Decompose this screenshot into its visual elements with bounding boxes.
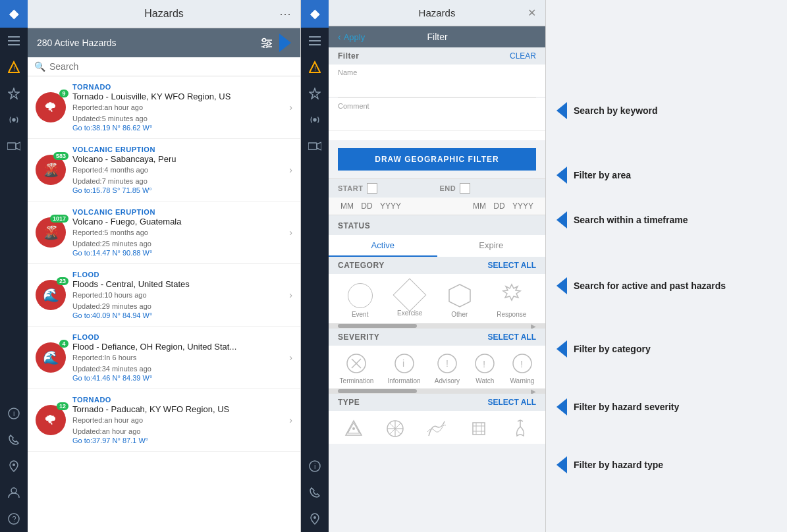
right-section: ◆ ! i Hazards ✕ <box>301 0 787 532</box>
broadcast-icon[interactable] <box>0 108 28 132</box>
right-alert-icon[interactable]: ! <box>301 55 329 79</box>
panel-menu-icon[interactable]: ⋯ <box>273 7 291 21</box>
close-panel-icon[interactable]: ✕ <box>518 7 536 19</box>
filter-comment-input[interactable] <box>338 111 536 126</box>
filter-back-button[interactable]: ‹ Apply <box>338 32 365 42</box>
severity-information[interactable]: i Information <box>388 352 421 385</box>
category-response[interactable]: Response <box>497 283 526 318</box>
category-select-all[interactable]: SELECT ALL <box>487 261 536 270</box>
list-item[interactable]: 🌋 1017 VOLCANIC ERUPTION Volcano - Fuego… <box>28 201 300 264</box>
svg-rect-7 <box>7 143 16 149</box>
star-icon[interactable] <box>0 82 28 105</box>
annotation-category: Filter by category <box>556 340 776 358</box>
help-icon[interactable]: ? <box>0 507 28 531</box>
filter-section-header: Filter CLEAR <box>329 47 545 65</box>
list-item[interactable]: 🌪 12 TORNADO Tornado - Paducah, KY WFO R… <box>28 389 300 452</box>
alert-icon[interactable]: ! <box>0 55 28 79</box>
category-event[interactable]: Event <box>348 283 373 318</box>
svg-marker-34 <box>503 284 520 300</box>
type-select-all[interactable]: SELECT ALL <box>487 398 536 407</box>
filter-panel: Hazards ✕ ‹ Apply Filter Filter CLEAR Na… <box>329 0 546 532</box>
end-checkbox[interactable] <box>460 183 470 194</box>
annotation-arrow-1 <box>556 102 567 119</box>
svg-text:i: i <box>13 410 14 417</box>
end-dd-input[interactable] <box>490 201 508 211</box>
info-icon[interactable]: i <box>0 402 28 425</box>
annotation-arrow-3 <box>556 211 567 228</box>
end-yyyy-input[interactable] <box>510 201 536 211</box>
list-item[interactable]: 🌊 23 FLOOD Floods - Central, United Stat… <box>28 264 300 327</box>
hamburger-icon[interactable] <box>0 29 28 53</box>
annotation-text-2: Filter by area <box>574 170 631 180</box>
other-label: Other <box>451 311 468 318</box>
event-label: Event <box>352 311 369 318</box>
severity-select-all[interactable]: SELECT ALL <box>487 332 536 342</box>
status-tab-active[interactable]: Active <box>329 235 437 257</box>
right-star-icon[interactable] <box>301 82 329 105</box>
type-icon-1 <box>342 417 365 440</box>
right-info-icon[interactable]: i <box>301 454 329 478</box>
phone-icon[interactable] <box>0 428 28 452</box>
search-input[interactable] <box>49 61 294 72</box>
status-tab-expire[interactable]: Expire <box>437 235 546 257</box>
right-phone-icon[interactable] <box>301 481 329 504</box>
severity-warning[interactable]: ! Warning <box>510 352 535 385</box>
advisory-label: Advisory <box>435 377 460 385</box>
right-broadcast-icon[interactable] <box>301 108 329 132</box>
right-app-logo-icon[interactable]: ◆ <box>301 0 329 28</box>
type-hazard3[interactable] <box>425 417 448 440</box>
list-item[interactable]: 🌊 4 FLOOD Flood - Defiance, OH Region, U… <box>28 327 300 389</box>
right-hamburger-icon[interactable] <box>301 29 329 53</box>
scroll-thumb-1 <box>338 324 417 328</box>
svg-point-27 <box>313 118 316 121</box>
filter-comment-label: Comment <box>338 102 536 110</box>
type-hazard1[interactable] <box>342 417 365 440</box>
end-mm-input[interactable] <box>470 201 489 211</box>
list-item[interactable]: 🌪 9 TORNADO Tornado - Louisville, KY WFO… <box>28 76 300 139</box>
exercise-icon <box>393 279 427 312</box>
app-logo-icon[interactable]: ◆ <box>0 0 28 28</box>
start-checkbox[interactable] <box>367 183 377 194</box>
annotation-search: Search by keyword <box>556 102 776 119</box>
type-hazard2[interactable] <box>384 417 406 440</box>
user-icon[interactable] <box>0 481 28 504</box>
type-hazard5[interactable] <box>509 417 531 440</box>
type-icon-4 <box>468 417 490 440</box>
filter-adjust-icon[interactable] <box>261 38 273 48</box>
type-label: TYPE <box>338 398 360 407</box>
category-other[interactable]: Other <box>447 283 472 318</box>
type-icon-5 <box>509 417 531 440</box>
filter-name-input[interactable] <box>338 78 536 93</box>
location-icon[interactable] <box>0 454 28 478</box>
severity-termination[interactable]: Termination <box>340 352 374 385</box>
annotation-severity: Filter by hazard severity <box>556 398 776 415</box>
annotation-text-7: Filter by hazard type <box>574 460 663 470</box>
hazard-list: 🌪 9 TORNADO Tornado - Louisville, KY WFO… <box>28 76 300 532</box>
svg-text:!: ! <box>314 65 316 72</box>
svg-rect-0 <box>8 36 20 38</box>
list-item[interactable]: 🌋 583 VOLCANIC ERUPTION Volcano - Sabanc… <box>28 139 300 201</box>
right-location-icon[interactable] <box>301 507 329 531</box>
severity-advisory[interactable]: ! Advisory <box>435 352 460 385</box>
svg-point-18 <box>263 39 266 42</box>
right-camera-icon[interactable] <box>301 134 329 158</box>
type-icon-2 <box>384 417 406 440</box>
annotation-arrow-2 <box>556 167 567 184</box>
start-mm-input[interactable] <box>338 201 356 211</box>
severity-watch[interactable]: ! Watch <box>474 352 496 385</box>
start-dd-input[interactable] <box>358 201 376 211</box>
advisory-icon: ! <box>436 352 458 375</box>
annotations-panel: Search by keyword Filter by area Search … <box>546 0 787 532</box>
filter-clear-button[interactable]: CLEAR <box>510 51 536 61</box>
geo-filter-button[interactable]: DRAW GEOGRAPHIC FILTER <box>338 148 536 171</box>
scroll-track-2: ▶ <box>329 388 545 394</box>
information-icon: i <box>393 352 416 375</box>
event-icon <box>348 283 373 308</box>
svg-point-46 <box>352 427 355 430</box>
category-section: CATEGORY SELECT ALL <box>329 257 545 274</box>
category-exercise[interactable]: Exercise <box>397 283 422 318</box>
start-yyyy-input[interactable] <box>377 201 404 211</box>
camera-icon[interactable] <box>0 134 28 158</box>
type-hazard4[interactable] <box>468 417 490 440</box>
svg-text:i: i <box>314 462 315 470</box>
